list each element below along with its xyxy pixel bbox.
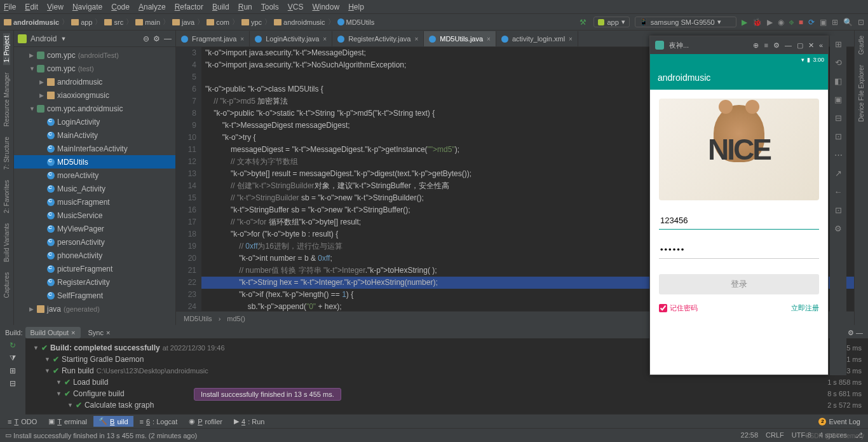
event-log-button[interactable]: 2 Event Log — [813, 418, 865, 425]
right-tab-1[interactable]: Device File Explorer — [858, 62, 865, 124]
bottom-tab-Build[interactable]: 🔨 Build — [93, 416, 133, 427]
close-tab-icon[interactable]: × — [569, 36, 573, 43]
tree-mode[interactable]: Android — [31, 34, 57, 43]
profile-icon[interactable]: ◉ — [778, 18, 784, 27]
menu-build[interactable]: Build — [212, 3, 229, 11]
collapse-icon[interactable]: ⊟ — [10, 379, 16, 388]
close-tab-icon[interactable]: × — [414, 36, 418, 43]
tree-item-SelfFragment[interactable]: SelfFragment — [14, 289, 175, 302]
tree-item-com.ypc.androidmusic[interactable]: ▼com.ypc.androidmusic — [14, 102, 175, 115]
tree-item-com.ypc[interactable]: ▶com.ypc (androidTest) — [14, 48, 175, 62]
crumb-src[interactable]: src — [104, 18, 123, 26]
run-icon[interactable]: ▶ — [742, 18, 747, 27]
tab-MD5Utils.java[interactable]: MD5Utils.java× — [424, 31, 496, 46]
build-row[interactable]: ▼ ✔ Configure build — [33, 388, 860, 399]
tab-Fragment.java[interactable]: Fragment.java× — [176, 31, 250, 46]
tree-item-java[interactable]: ▶java (generated) — [14, 302, 175, 315]
rerun-icon[interactable]: ↻ — [10, 341, 16, 350]
tree-item-LoginActivity[interactable]: LoginActivity — [14, 115, 175, 128]
collapse-icon[interactable]: ⊖ — [143, 34, 149, 43]
left-tab-3[interactable]: 2: Favorites — [3, 177, 10, 216]
crumb-app[interactable]: app — [71, 18, 92, 26]
left-tab-2[interactable]: 7: Structure — [3, 134, 10, 172]
menu-tools[interactable]: Tools — [261, 3, 279, 11]
close-tab-icon[interactable]: × — [487, 36, 491, 43]
menu-edit[interactable]: Edit — [25, 3, 38, 11]
menu-run[interactable]: Run — [238, 3, 252, 11]
bottom-tab-Terminal[interactable]: ▣ Terminal — [43, 416, 92, 427]
coverage-icon[interactable]: ▶ — [767, 18, 773, 27]
menu-window[interactable]: Window — [312, 3, 339, 11]
tree-item-xiaoxiongmusic[interactable]: ▶xiaoxiongmusic — [14, 88, 175, 102]
status-CRLF[interactable]: CRLF — [766, 431, 784, 439]
tree-item-moreActivity[interactable]: moreActivity — [14, 169, 175, 182]
bottom-tab-4: Run[interactable]: ▶ 4: Run — [229, 416, 269, 427]
crumb-MD5Utils[interactable]: MD5Utils — [337, 18, 375, 26]
left-tab-5[interactable]: Captures — [3, 270, 10, 301]
settings-icon[interactable]: ⚙ — [153, 34, 160, 43]
hide-icon[interactable]: — — [164, 34, 172, 43]
search-icon[interactable]: 🔍 — [843, 18, 853, 27]
left-tab-4[interactable]: Build Variants — [3, 221, 10, 265]
build-output-tab[interactable]: Build Output × — [25, 327, 81, 338]
crumb-androidmusic[interactable]: androidmusic — [4, 18, 59, 26]
hammer-icon[interactable]: ⚒ — [580, 18, 588, 27]
right-tab-0[interactable]: Gradle — [858, 33, 865, 57]
menu-file[interactable]: File — [4, 3, 16, 11]
expand-icon[interactable]: ⊞ — [10, 366, 16, 375]
sync-tab[interactable]: Sync × — [83, 327, 116, 338]
build-row[interactable]: ▼ ✔ Calculate task graph — [33, 399, 860, 411]
project-tree[interactable]: ▶com.ypc (androidTest)▼com.ypc (test)▶an… — [14, 47, 175, 325]
menu-vcs[interactable]: VCS — [288, 3, 304, 11]
status-icon[interactable]: ▭ — [5, 431, 11, 439]
bottom-tab-Profiler[interactable]: ◉ Profiler — [184, 416, 227, 427]
device-selector[interactable]: 📱 samsung SM-G9550▾ — [635, 17, 736, 27]
settings-icon[interactable]: ⊡ — [858, 18, 864, 27]
close-tab-icon[interactable]: × — [240, 36, 244, 43]
tree-item-MD5Utils[interactable]: MD5Utils — [14, 155, 175, 169]
tree-item-phoneActivity[interactable]: phoneActivity — [14, 249, 175, 262]
avd-icon[interactable]: ▣ — [820, 18, 827, 27]
tab-LoginActivity.java[interactable]: LoginActivity.java× — [250, 31, 332, 46]
menu-help[interactable]: Help — [348, 3, 364, 11]
bottom-tab-TODO[interactable]: ≡ TODO — [3, 417, 42, 427]
tree-item-com.ypc[interactable]: ▼com.ypc (test) — [14, 62, 175, 75]
bottom-tab-6: Logcat[interactable]: ≡ 6: Logcat — [135, 417, 183, 427]
crumb-ypc[interactable]: ypc — [241, 18, 262, 26]
left-tab-1[interactable]: Resource Manager — [3, 70, 10, 129]
attach-icon[interactable]: ⎆ — [789, 18, 794, 27]
menu-analyze[interactable]: Analyze — [139, 3, 166, 11]
tree-item-MainActivity[interactable]: MainActivity — [14, 128, 175, 142]
crumb-androidmusic[interactable]: androidmusic — [274, 18, 325, 26]
tree-item-MainInterfaceActivity[interactable]: MainInterfaceActivity — [14, 142, 175, 155]
crumb-java[interactable]: java — [172, 18, 194, 26]
tab-RegisterActivity.java[interactable]: RegisterActivity.java× — [332, 31, 424, 46]
tree-item-personActivity[interactable]: personActivity — [14, 235, 175, 249]
tree-item-MyViewPager[interactable]: MyViewPager — [14, 222, 175, 235]
status-22:58[interactable]: 22:58 — [741, 431, 759, 439]
left-tab-0[interactable]: 1: Project — [3, 33, 10, 65]
code-editor[interactable]: 3456789101112131415161718192021222324 "k… — [176, 47, 854, 311]
tree-item-RegisterActivity[interactable]: RegisterActivity — [14, 275, 175, 289]
tree-item-MusicService[interactable]: MusicService — [14, 209, 175, 222]
close-tab-icon[interactable]: × — [323, 36, 327, 43]
sync-icon[interactable]: ⟳ — [808, 18, 815, 27]
menu-navigate[interactable]: Navigate — [72, 3, 102, 11]
build-row[interactable]: ▼ ✔ Load build — [33, 376, 860, 388]
sdk-icon[interactable]: ⊞ — [832, 18, 838, 27]
stop-icon[interactable]: ■ — [799, 18, 803, 27]
panel-settings-icon[interactable]: ⚙ — — [848, 329, 863, 337]
menu-code[interactable]: Code — [111, 3, 130, 11]
code-body[interactable]: "k-o">import java.security."k-t">Message… — [201, 47, 854, 311]
tree-item-musicFragment[interactable]: musicFragment — [14, 195, 175, 209]
filter-icon[interactable]: ⧩ — [10, 354, 16, 363]
menu-refactor[interactable]: Refactor — [175, 3, 203, 11]
debug-icon[interactable]: 🐞 — [752, 18, 762, 27]
crumb-com[interactable]: com — [207, 18, 229, 26]
run-config-selector[interactable]: app▾ — [593, 17, 629, 27]
tree-item-Music_Activity[interactable]: Music_Activity — [14, 182, 175, 195]
tab-activity_login.xml[interactable]: activity_login.xml× — [496, 31, 578, 46]
tree-item-androidmusic[interactable]: ▶androidmusic — [14, 75, 175, 88]
tree-item-pictureFragment[interactable]: pictureFragment — [14, 262, 175, 275]
crumb-main[interactable]: main — [135, 18, 160, 26]
